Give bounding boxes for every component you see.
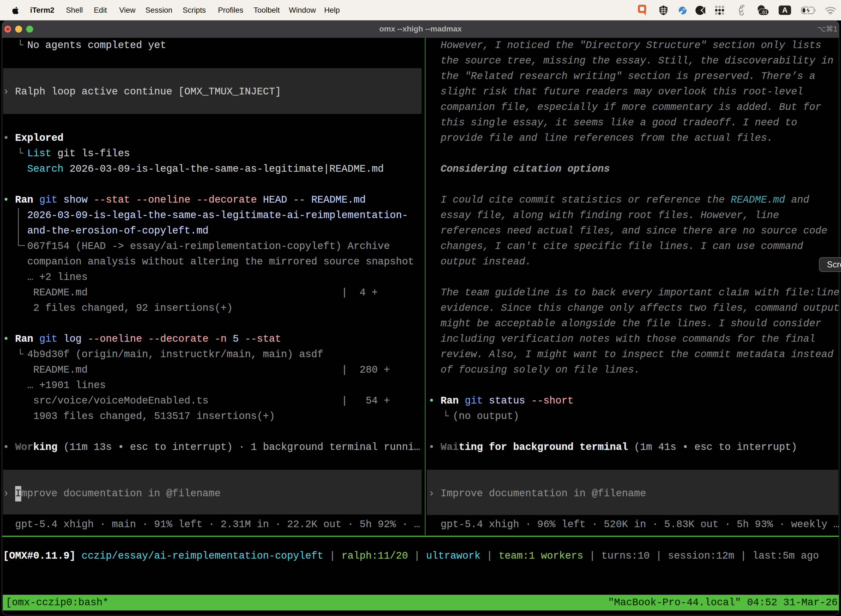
svg-text:..61: ..61 — [760, 10, 767, 15]
